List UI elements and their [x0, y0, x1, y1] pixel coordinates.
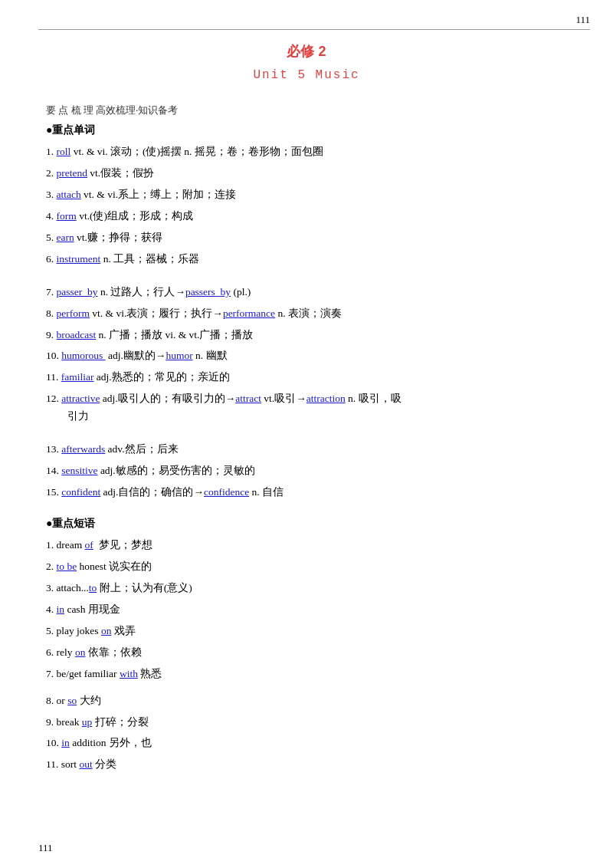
list-item: 9. broadcast n. 广播；播放 vi. & vt.广播；播放 — [46, 327, 567, 344]
list-item: 4. form vt.(使)组成；形成；构成 — [46, 208, 567, 225]
vocab-list-3: 13. afterwards adv.然后；后来 14. sensitive a… — [46, 441, 567, 501]
list-item: 1. dream of 梦见；梦想 — [46, 537, 567, 554]
vocab-word[interactable]: attract — [235, 393, 261, 404]
phrase-link[interactable]: out — [79, 758, 92, 770]
unit-title: Unit 5 Music — [46, 68, 567, 82]
list-item: 14. sensitive adj.敏感的；易受伤害的；灵敏的 — [46, 462, 567, 480]
page-number-bottom: 111 — [38, 842, 53, 854]
list-item: 2. to be honest 说实在的 — [46, 558, 567, 576]
page-number-top: 111 — [575, 14, 590, 26]
list-item: 3. attach...to 附上；认为有(意义) — [46, 580, 567, 597]
phrase-link[interactable]: in — [57, 603, 65, 615]
list-item: 2. pretend vt.假装；假扮 — [46, 165, 567, 182]
vocab-word[interactable]: broadcast — [57, 329, 97, 340]
list-item: 7. be/get familiar with 熟悉 — [46, 666, 567, 683]
phrase-link[interactable]: so — [67, 695, 77, 706]
main-title: 必修 2 — [46, 42, 567, 61]
list-item: 8. perform vt. & vi.表演；履行；执行→performance… — [46, 305, 567, 323]
vocab-list-2: 7. passer by n. 过路人；行人→passers by (pl.) … — [46, 284, 567, 426]
list-item: 11. familiar adj.熟悉的；常见的；亲近的 — [46, 369, 567, 386]
key-vocab-title: ●重点单词 — [46, 123, 567, 137]
vocab-word[interactable]: passers by — [185, 286, 231, 298]
vocab-word[interactable]: pretend — [57, 167, 87, 179]
list-item: 5. play jokes on 戏弄 — [46, 623, 567, 640]
vocab-word[interactable]: attraction — [306, 393, 346, 404]
phrase-list-1: 1. dream of 梦见；梦想 2. to be honest 说实在的 3… — [46, 537, 567, 683]
vocab-word[interactable]: humorous — [61, 350, 105, 361]
key-phrases-title: ●重点短语 — [46, 517, 567, 531]
list-item: 1. roll vt. & vi. 滚动；(使)摇摆 n. 摇晃；卷；卷形物；面… — [46, 143, 567, 161]
phrase-link[interactable]: with — [120, 668, 138, 679]
list-item: 10. in addition 另外，也 — [46, 735, 567, 752]
top-rule — [38, 29, 590, 30]
vocab-word[interactable]: attach — [57, 189, 81, 200]
list-item: 6. instrument n. 工具；器械；乐器 — [46, 251, 567, 268]
list-item: 3. attach vt. & vi.系上；缚上；附加；连接 — [46, 186, 567, 204]
list-item: 7. passer by n. 过路人；行人→passers by (pl.) — [46, 284, 567, 301]
list-item: 4. in cash 用现金 — [46, 601, 567, 619]
list-item: 12. attractive adj.吸引人的；有吸引力的→attract vt… — [46, 390, 567, 426]
vocab-word[interactable]: sensitive — [61, 465, 97, 476]
phrase-link[interactable]: to be — [57, 561, 77, 572]
vocab-word[interactable]: performance — [223, 307, 275, 319]
vocab-word[interactable]: familiar — [61, 371, 94, 383]
vocab-word[interactable]: humor — [166, 350, 192, 361]
vocab-word[interactable]: passer by — [57, 286, 98, 298]
list-item: 6. rely on 依靠；依赖 — [46, 644, 567, 662]
vocab-list-1: 1. roll vt. & vi. 滚动；(使)摇摆 n. 摇晃；卷；卷形物；面… — [46, 143, 567, 268]
vocab-word[interactable]: afterwards — [61, 443, 105, 455]
list-item: 9. break up 打碎；分裂 — [46, 714, 567, 732]
vocab-word[interactable]: form — [57, 210, 77, 222]
phrase-link[interactable]: to — [89, 582, 97, 593]
list-item: 15. confident adj.自信的；确信的→confidence n. … — [46, 484, 567, 501]
list-item: 10. humorous adj.幽默的→humor n. 幽默 — [46, 347, 567, 365]
phrase-link[interactable]: in — [61, 737, 70, 748]
vocab-word[interactable]: perform — [57, 307, 90, 319]
vocab-word[interactable]: confidence — [204, 486, 249, 498]
phrase-link[interactable]: of — [85, 539, 93, 551]
phrase-list-2: 8. or so 大约 9. break up 打碎；分裂 10. in add… — [46, 692, 567, 774]
phrase-link[interactable]: on — [75, 646, 86, 658]
phrase-link[interactable]: up — [82, 716, 93, 728]
vocab-word[interactable]: instrument — [57, 253, 101, 265]
vocab-word[interactable]: confident — [61, 486, 100, 498]
section-label: 要 点 梳 理 高效梳理·知识备考 — [46, 104, 567, 117]
vocab-word[interactable]: attractive — [61, 393, 100, 404]
list-item: 11. sort out 分类 — [46, 756, 567, 774]
phrase-link[interactable]: on — [101, 625, 112, 636]
vocab-word[interactable]: earn — [57, 232, 74, 243]
list-item: 5. earn vt.赚；挣得；获得 — [46, 229, 567, 247]
list-item: 13. afterwards adv.然后；后来 — [46, 441, 567, 459]
vocab-word[interactable]: roll — [57, 146, 71, 157]
list-item: 8. or so 大约 — [46, 692, 567, 710]
